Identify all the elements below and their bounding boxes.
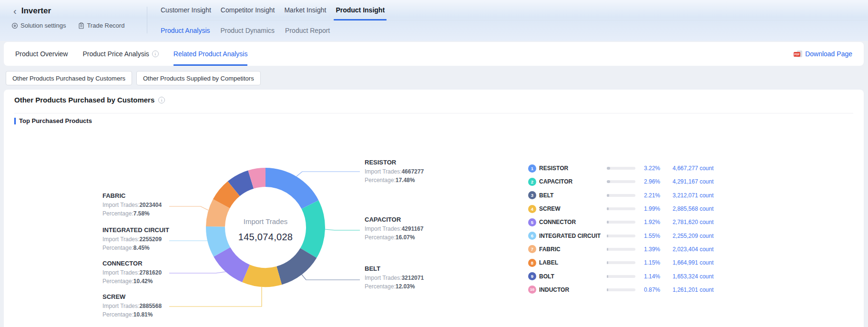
info-icon[interactable] — [152, 51, 159, 57]
nav-item-label: Product Price Analysis — [82, 50, 149, 58]
chart-label-import-trades: Import Trades:3212071 — [365, 274, 424, 282]
chart-label-integrated-circuit: INTEGRATED CIRCUITImport Trades:2255209P… — [102, 226, 169, 252]
legend-product-name: LABEL — [539, 259, 607, 266]
legend-rank-badge: 1 — [528, 164, 536, 173]
legend-rank-badge: 3 — [528, 191, 536, 199]
legend-product-name: CAPACITOR — [539, 178, 607, 185]
legend-row-belt[interactable]: 3BELT2.21%3,212,071 count — [528, 189, 715, 202]
chart-label-import-trades: Import Trades:2255209 — [102, 235, 169, 244]
download-page-button[interactable]: Download Page — [794, 50, 852, 58]
chart-label-name: CONNECTOR — [102, 260, 162, 267]
legend-rank-badge: 2 — [528, 178, 536, 186]
legend-share-bar — [607, 180, 635, 183]
toggle-other-products-purchased-by-customers[interactable]: Other Products Purchased by Customers — [6, 71, 132, 85]
legend-row-connector[interactable]: 5CONNECTOR1.92%2,781,620 count — [528, 215, 715, 229]
legend-row-fabric[interactable]: 7FABRIC1.39%2,023,404 count — [528, 243, 715, 256]
secondary-nav: Product OverviewProduct Price AnalysisRe… — [4, 42, 864, 66]
toggle-other-products-supplied-by-competitors[interactable]: Other Products Supplied by Competitors — [136, 71, 261, 85]
chart-legend: 1RESISTOR3.22%4,667,277 count2CAPACITOR2… — [528, 162, 715, 296]
legend-row-capacitor[interactable]: 2CAPACITOR2.96%4,291,167 count — [528, 175, 715, 188]
main-tab-bar: Customer InsightCompetitor InsightMarket… — [161, 0, 868, 20]
donut-slice-capacitor[interactable] — [300, 200, 325, 258]
legend-row-resistor[interactable]: 1RESISTOR3.22%4,667,277 count — [528, 162, 715, 175]
chart-label-import-trades: Import Trades:4667277 — [365, 167, 424, 176]
legend-share-percent: 2.21% — [635, 192, 660, 199]
legend-product-name: BELT — [539, 192, 607, 199]
back-button[interactable]: ‹ — [13, 6, 17, 16]
header-divider — [147, 7, 147, 33]
subtab-product-dynamics[interactable]: Product Dynamics — [221, 27, 275, 34]
chart-label-name: SCREW — [102, 293, 162, 300]
legend-share-bar — [607, 248, 635, 251]
chart-label-belt: BELTImport Trades:3212071Percentage:12.0… — [365, 265, 424, 291]
leader-line-belt — [302, 275, 360, 280]
legend-count: 4,291,167 count — [660, 178, 714, 185]
chart-label-import-trades: Import Trades:2023404 — [102, 201, 162, 209]
legend-row-screw[interactable]: 4SCREW1.99%2,885,568 count — [528, 202, 715, 215]
chart-label-percentage: Percentage:12.03% — [365, 282, 424, 291]
legend-share-percent: 1.14% — [635, 273, 660, 280]
legend-product-name: RESISTOR — [539, 165, 607, 172]
legend-share-bar — [607, 288, 635, 291]
leader-line-screw — [169, 287, 262, 307]
legend-row-label[interactable]: 8LABEL1.15%1,664,991 count — [528, 256, 715, 269]
legend-row-inductor[interactable]: 10INDUCTOR0.87%1,261,201 count — [528, 283, 715, 296]
download-page-label: Download Page — [805, 50, 852, 58]
legend-rank-badge: 9 — [528, 272, 536, 280]
header-action-trade-record[interactable]: Trade Record — [78, 22, 124, 29]
header-action-solution-settings[interactable]: Solution settings — [11, 22, 66, 29]
clipboard-icon — [78, 22, 84, 29]
legend-count: 4,667,277 count — [660, 165, 714, 172]
legend-share-percent: 2.96% — [635, 178, 660, 185]
chart-label-import-trades: Import Trades:2885568 — [102, 302, 162, 310]
nav-item-label: Product Overview — [15, 50, 68, 58]
chart-label-name: BELT — [365, 265, 424, 272]
tab-customer-insight[interactable]: Customer Insight — [161, 0, 211, 20]
chart-label-percentage: Percentage:17.48% — [365, 176, 424, 184]
legend-share-bar — [607, 261, 635, 264]
legend-share-bar — [607, 275, 635, 278]
nav-item-product-price-analysis[interactable]: Product Price Analysis — [82, 42, 158, 66]
chart-label-percentage: Percentage:10.42% — [102, 277, 162, 286]
gear-target-icon — [11, 22, 18, 29]
chart-label-percentage: Percentage:10.81% — [102, 310, 162, 319]
chart-label-name: RESISTOR — [365, 159, 424, 166]
chart-label-resistor: RESISTORImport Trades:4667277Percentage:… — [365, 159, 424, 184]
legend-product-name: CONNECTOR — [539, 219, 607, 225]
leader-line-connector — [169, 272, 226, 273]
legend-product-name: BOLT — [539, 273, 607, 280]
legend-row-bolt[interactable]: 9BOLT1.14%1,653,324 count — [528, 269, 715, 283]
app-header: ‹ Inverter Solution settingsTrade Record… — [0, 0, 868, 41]
header-action-label: Solution settings — [20, 22, 66, 29]
legend-count: 2,781,620 count — [660, 219, 714, 225]
tab-competitor-insight[interactable]: Competitor Insight — [221, 0, 275, 20]
chart-label-screw: SCREWImport Trades:2885568Percentage:10.… — [102, 293, 162, 319]
leader-line-resistor — [296, 172, 360, 176]
chart-label-name: FABRIC — [102, 192, 162, 199]
chart-label-import-trades: Import Trades:2781620 — [102, 268, 162, 277]
legend-share-bar — [607, 194, 635, 197]
nav-item-related-product-analysis[interactable]: Related Product Analysis — [174, 42, 248, 66]
legend-rank-badge: 6 — [528, 232, 536, 240]
nav-item-label: Related Product Analysis — [174, 50, 248, 58]
legend-count: 1,653,324 count — [660, 273, 714, 280]
legend-product-name: INDUCTOR — [539, 286, 607, 293]
legend-share-bar — [607, 221, 635, 224]
nav-item-product-overview[interactable]: Product Overview — [15, 42, 68, 66]
legend-product-name: SCREW — [539, 205, 607, 212]
tab-market-insight[interactable]: Market Insight — [284, 0, 326, 20]
subtab-product-analysis[interactable]: Product Analysis — [161, 27, 210, 34]
subtab-product-report[interactable]: Product Report — [285, 27, 330, 34]
legend-product-name: FABRIC — [539, 246, 607, 253]
legend-share-bar — [607, 207, 635, 210]
legend-rank-badge: 4 — [528, 205, 536, 213]
legend-count: 3,212,071 count — [660, 192, 714, 199]
chart-label-connector: CONNECTORImport Trades:2781620Percentage… — [102, 260, 162, 286]
leader-line-capacitor — [325, 229, 360, 230]
legend-row-integrated-circuit[interactable]: 6INTEGRATED CIRCUIT1.55%2,255,209 count — [528, 229, 715, 242]
tab-product-insight[interactable]: Product Insight — [336, 0, 385, 20]
view-toggle-group: Other Products Purchased by CustomersOth… — [6, 71, 261, 85]
legend-count: 2,023,404 count — [660, 246, 714, 253]
donut-slice-resistor[interactable] — [266, 168, 318, 209]
leader-line-fabric — [169, 206, 208, 210]
